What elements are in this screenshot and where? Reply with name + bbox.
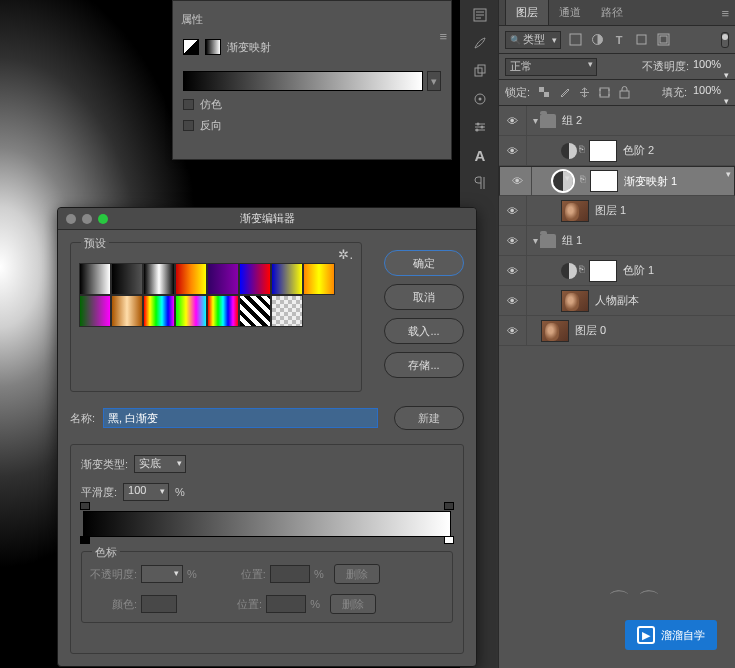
paragraph-icon[interactable] bbox=[469, 172, 491, 194]
filter-shape-icon[interactable] bbox=[633, 32, 649, 48]
preset-swatch[interactable] bbox=[239, 295, 271, 327]
tab-layers[interactable]: 图层 bbox=[505, 0, 549, 25]
preset-swatch[interactable] bbox=[175, 295, 207, 327]
tab-channels[interactable]: 通道 bbox=[549, 0, 591, 25]
layer-layer-1[interactable]: 👁 图层 1 bbox=[499, 196, 735, 226]
preset-swatch[interactable] bbox=[239, 263, 271, 295]
filter-pixel-icon[interactable] bbox=[567, 32, 583, 48]
preset-swatch[interactable] bbox=[79, 295, 111, 327]
dither-checkbox[interactable] bbox=[183, 99, 194, 110]
traffic-close[interactable] bbox=[66, 214, 76, 224]
gradient-edit-bar[interactable] bbox=[83, 511, 451, 537]
svg-rect-12 bbox=[660, 36, 667, 43]
layer-gradient-map-1[interactable]: 👁 ⎘ 渐变映射 1 bbox=[499, 166, 735, 196]
traffic-max[interactable] bbox=[98, 214, 108, 224]
layer-thumbnail[interactable] bbox=[561, 200, 589, 222]
layer-group-1[interactable]: 👁 ▾ 组 1 bbox=[499, 226, 735, 256]
visibility-toggle[interactable]: 👁 bbox=[499, 106, 527, 135]
gradient-preview-bar[interactable] bbox=[183, 71, 423, 91]
layers-panel: 图层 通道 路径 ≡ 类型 T 正常 不透明度: 100% 锁定: 填充: 10… bbox=[498, 0, 735, 668]
opacity-input[interactable]: 100% bbox=[693, 58, 729, 76]
preset-swatch[interactable] bbox=[111, 263, 143, 295]
layer-group-2[interactable]: 👁 ▾ 组 2 bbox=[499, 106, 735, 136]
preset-swatch[interactable] bbox=[143, 295, 175, 327]
opacity-stop-left[interactable] bbox=[80, 502, 90, 512]
svg-rect-10 bbox=[637, 35, 646, 44]
lock-position-icon[interactable] bbox=[576, 85, 592, 101]
svg-rect-14 bbox=[544, 92, 549, 97]
panel-menu-icon[interactable]: ≡ bbox=[439, 29, 447, 44]
color-stop-right[interactable] bbox=[444, 536, 454, 546]
mask-thumbnail[interactable] bbox=[590, 170, 618, 192]
layer-thumbnail[interactable] bbox=[541, 320, 569, 342]
color-stop-left[interactable] bbox=[80, 536, 90, 546]
chevron-down-icon[interactable]: ▾ bbox=[533, 235, 538, 246]
brush-settings-icon[interactable] bbox=[469, 88, 491, 110]
lock-artboard-icon[interactable] bbox=[596, 85, 612, 101]
gear-icon[interactable]: ✲. bbox=[338, 247, 353, 262]
history-icon[interactable] bbox=[469, 4, 491, 26]
lock-all-icon[interactable] bbox=[616, 85, 632, 101]
character-icon[interactable]: A bbox=[469, 144, 491, 166]
layer-thumbnail[interactable] bbox=[561, 290, 589, 312]
layer-person-copy[interactable]: 👁 人物副本 bbox=[499, 286, 735, 316]
fill-input[interactable]: 100% bbox=[693, 84, 729, 102]
brush-panel-icon[interactable] bbox=[469, 32, 491, 54]
preset-swatch[interactable] bbox=[175, 263, 207, 295]
lock-transparency-icon[interactable] bbox=[536, 85, 552, 101]
filter-smart-icon[interactable] bbox=[655, 32, 671, 48]
blend-mode-select[interactable]: 正常 bbox=[505, 58, 597, 76]
visibility-toggle[interactable]: 👁 bbox=[504, 167, 532, 195]
tab-paths[interactable]: 路径 bbox=[591, 0, 633, 25]
opacity-stop-right[interactable] bbox=[444, 502, 454, 512]
layers-menu-icon[interactable]: ≡ bbox=[721, 6, 729, 21]
filter-kind-select[interactable]: 类型 bbox=[505, 31, 561, 49]
preset-swatch[interactable] bbox=[207, 295, 239, 327]
visibility-toggle[interactable]: 👁 bbox=[499, 226, 527, 255]
preset-swatch[interactable] bbox=[143, 263, 175, 295]
adjust-panel-icon[interactable] bbox=[469, 116, 491, 138]
layer-levels-2[interactable]: 👁 ⎘ 色阶 2 bbox=[499, 136, 735, 166]
clone-panel-icon[interactable] bbox=[469, 60, 491, 82]
play-icon: ▶ bbox=[637, 626, 655, 644]
smoothness-input[interactable]: 100 bbox=[123, 483, 169, 501]
adjustment-thumbnail[interactable] bbox=[552, 170, 574, 192]
stop-location-input-2 bbox=[266, 595, 306, 613]
lock-paint-icon[interactable] bbox=[556, 85, 572, 101]
new-button[interactable]: 新建 bbox=[394, 406, 464, 430]
dialog-titlebar[interactable]: 渐变编辑器 bbox=[58, 208, 476, 230]
reverse-checkbox[interactable] bbox=[183, 120, 194, 131]
visibility-toggle[interactable]: 👁 bbox=[499, 196, 527, 225]
type-select[interactable]: 实底 bbox=[134, 455, 186, 473]
preset-swatch[interactable] bbox=[79, 263, 111, 295]
visibility-toggle[interactable]: 👁 bbox=[499, 256, 527, 285]
svg-point-4 bbox=[479, 98, 482, 101]
preset-swatch[interactable] bbox=[207, 263, 239, 295]
preset-swatch[interactable] bbox=[271, 295, 303, 327]
filter-adjust-icon[interactable] bbox=[589, 32, 605, 48]
mask-thumbnail[interactable] bbox=[589, 140, 617, 162]
cancel-button[interactable]: 取消 bbox=[384, 284, 464, 310]
visibility-toggle[interactable]: 👁 bbox=[499, 316, 527, 345]
visibility-toggle[interactable]: 👁 bbox=[499, 286, 527, 315]
collapsed-panels: A bbox=[465, 4, 495, 194]
visibility-toggle[interactable]: 👁 bbox=[499, 136, 527, 165]
name-input[interactable] bbox=[103, 408, 378, 428]
filter-toggle[interactable] bbox=[721, 32, 729, 48]
preset-swatch[interactable] bbox=[271, 263, 303, 295]
layer-layer-0[interactable]: 👁 图层 0 bbox=[499, 316, 735, 346]
save-button[interactable]: 存储... bbox=[384, 352, 464, 378]
gradient-dropdown[interactable]: ▾ bbox=[427, 71, 441, 91]
dither-label: 仿色 bbox=[200, 97, 222, 112]
layer-list: 👁 ▾ 组 2 👁 ⎘ 色阶 2 👁 ⎘ 渐变映射 1 👁 图层 bbox=[499, 106, 735, 346]
name-label: 名称: bbox=[70, 411, 95, 426]
chevron-down-icon[interactable]: ▾ bbox=[533, 115, 538, 126]
ok-button[interactable]: 确定 bbox=[384, 250, 464, 276]
load-button[interactable]: 载入... bbox=[384, 318, 464, 344]
traffic-min[interactable] bbox=[82, 214, 92, 224]
layer-levels-1[interactable]: 👁 ⎘ 色阶 1 bbox=[499, 256, 735, 286]
preset-swatch[interactable] bbox=[111, 295, 143, 327]
mask-thumbnail[interactable] bbox=[589, 260, 617, 282]
filter-type-icon[interactable]: T bbox=[611, 32, 627, 48]
preset-swatch[interactable] bbox=[303, 263, 335, 295]
